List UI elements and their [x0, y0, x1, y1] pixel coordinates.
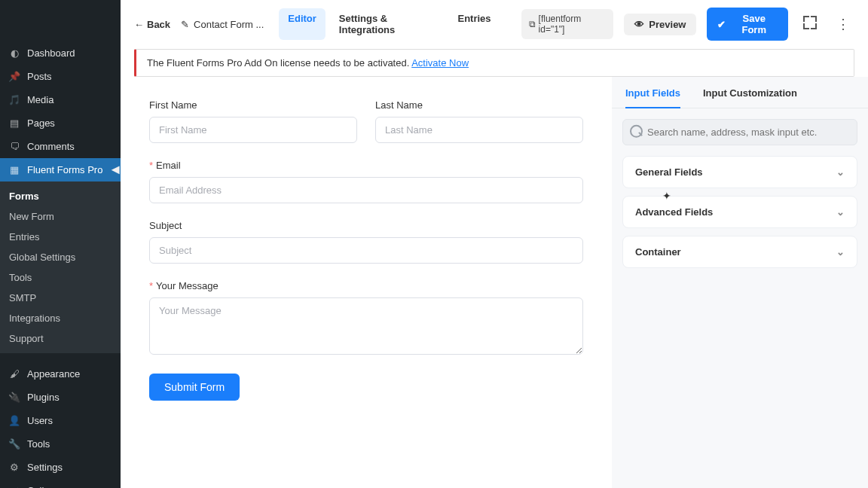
check-circle-icon: ✔ — [717, 19, 726, 30]
forms-icon: ▦ — [8, 164, 21, 175]
gauge-icon: ◐ — [8, 47, 21, 59]
main-content: ←Back ✎Contact Form ... Editor Settings … — [121, 0, 868, 488]
notice-text: The Fluent Forms Pro Add On license need… — [147, 57, 411, 69]
fullscreen-icon — [803, 16, 817, 29]
field-last-name[interactable]: Last Name — [375, 99, 583, 143]
more-menu-button[interactable]: ⋮ — [832, 13, 854, 35]
back-link[interactable]: ←Back — [134, 19, 170, 30]
pencil-icon: ✎ — [181, 19, 189, 30]
form-name-edit[interactable]: ✎Contact Form ... — [181, 19, 264, 30]
media-icon: 🎵 — [8, 94, 21, 105]
submit-form-button[interactable]: Submit Form — [149, 374, 240, 401]
required-asterisk: * — [149, 160, 153, 171]
first-name-label: First Name — [149, 99, 357, 111]
panel-tab-input-customization[interactable]: Input Customization — [703, 80, 797, 108]
required-asterisk: * — [149, 280, 153, 291]
fields-panel: Input Fields Input Customization General… — [612, 77, 868, 488]
chevron-down-icon: ⌄ — [836, 246, 845, 258]
chevron-down-icon: ⌄ — [836, 206, 845, 218]
sidebar-item-posts[interactable]: 📌Posts — [0, 65, 121, 88]
subject-input[interactable] — [149, 237, 583, 264]
page-icon: ▤ — [8, 117, 21, 129]
editor-tabs: Editor Settings & Integrations Entries — [279, 8, 500, 40]
submenu-global-settings[interactable]: Global Settings — [0, 247, 121, 267]
dots-vertical-icon: ⋮ — [836, 17, 850, 32]
license-notice: The Fluent Forms Pro Add On license need… — [134, 49, 854, 77]
brush-icon: 🖌 — [8, 368, 21, 380]
form-canvas: First Name Last Name *Email Subject — [121, 77, 612, 488]
preview-button[interactable]: 👁Preview — [624, 14, 696, 35]
save-form-button[interactable]: ✔Save Form — [707, 8, 788, 41]
field-search-input[interactable] — [622, 119, 857, 145]
sidebar-item-appearance[interactable]: 🖌Appearance — [0, 362, 121, 386]
field-email[interactable]: *Email — [149, 160, 583, 203]
fluent-forms-submenu: Forms New Form Entries Global Settings T… — [0, 181, 121, 353]
submenu-tools[interactable]: Tools — [0, 267, 121, 288]
message-input[interactable] — [149, 297, 583, 355]
field-search-wrap — [622, 119, 857, 145]
comment-icon: 🗨 — [8, 141, 21, 152]
submenu-integrations[interactable]: Integrations — [0, 308, 121, 328]
fullscreen-button[interactable] — [799, 13, 821, 36]
last-name-input[interactable] — [375, 117, 583, 143]
last-name-label: Last Name — [375, 99, 583, 111]
field-first-name[interactable]: First Name — [149, 99, 357, 143]
topbar: ←Back ✎Contact Form ... Editor Settings … — [121, 0, 868, 49]
wrench-icon: 🔧 — [8, 438, 21, 450]
user-icon: 👤 — [8, 415, 21, 426]
sidebar-item-pages[interactable]: ▤Pages — [0, 111, 121, 135]
panel-tab-input-fields[interactable]: Input Fields — [625, 80, 680, 108]
email-input[interactable] — [149, 177, 583, 203]
field-message[interactable]: *Your Message — [149, 280, 583, 357]
sidebar-item-fluent-forms[interactable]: ▦Fluent Forms Pro — [0, 158, 121, 181]
first-name-input[interactable] — [149, 117, 357, 143]
submenu-support[interactable]: Support — [0, 328, 121, 349]
arrow-left-icon: ← — [134, 19, 144, 30]
chevron-down-icon: ⌄ — [836, 166, 845, 178]
subject-label: Subject — [149, 220, 583, 231]
wp-admin-sidebar: ◐Dashboard 📌Posts 🎵Media ▤Pages 🗨Comment… — [0, 0, 121, 488]
tab-entries[interactable]: Entries — [448, 8, 500, 40]
sliders-icon: ⚙ — [8, 462, 21, 473]
accordion-general-fields[interactable]: General Fields⌄ — [622, 156, 857, 188]
accordion-container[interactable]: Container⌄ — [622, 236, 857, 268]
sidebar-item-users[interactable]: 👤Users — [0, 409, 121, 432]
activate-now-link[interactable]: Activate Now — [411, 57, 469, 69]
message-label: *Your Message — [149, 280, 583, 291]
sidebar-collapse[interactable]: ◀Collapse menu — [0, 479, 121, 488]
sidebar-item-tools[interactable]: 🔧Tools — [0, 432, 121, 456]
submenu-smtp[interactable]: SMTP — [0, 288, 121, 308]
shortcode-pill[interactable]: ⧉[fluentform id="1"] — [521, 9, 614, 39]
plugin-icon: 🔌 — [8, 392, 21, 403]
sidebar-item-comments[interactable]: 🗨Comments — [0, 135, 121, 158]
submenu-new-form[interactable]: New Form — [0, 206, 121, 227]
field-subject[interactable]: Subject — [149, 220, 583, 264]
eye-icon: 👁 — [634, 19, 644, 30]
sidebar-item-media[interactable]: 🎵Media — [0, 88, 121, 111]
sidebar-item-plugins[interactable]: 🔌Plugins — [0, 386, 121, 409]
panel-tabs: Input Fields Input Customization — [612, 80, 868, 108]
sidebar-item-dashboard[interactable]: ◐Dashboard — [0, 41, 121, 65]
submenu-entries[interactable]: Entries — [0, 227, 121, 247]
tab-editor[interactable]: Editor — [279, 8, 326, 40]
collapse-icon: ◀ — [8, 485, 21, 488]
accordion-advanced-fields[interactable]: Advanced Fields⌄ — [622, 196, 857, 228]
pin-icon: 📌 — [8, 71, 21, 82]
submenu-forms[interactable]: Forms — [0, 186, 121, 206]
sidebar-item-settings[interactable]: ⚙Settings — [0, 456, 121, 479]
tab-settings-integrations[interactable]: Settings & Integrations — [330, 8, 445, 40]
copy-icon: ⧉ — [529, 19, 536, 29]
email-label: *Email — [149, 160, 583, 171]
